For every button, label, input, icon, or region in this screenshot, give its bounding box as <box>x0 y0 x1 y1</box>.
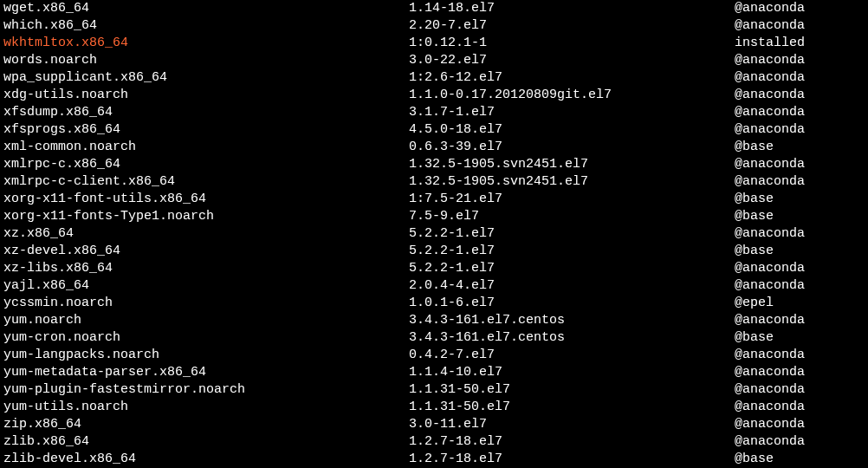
package-version: 1.14-18.el7 <box>409 0 735 17</box>
package-name: xfsdump.x86_64 <box>3 104 409 121</box>
package-name: xmlrpc-c-client.x86_64 <box>3 173 409 191</box>
package-version: 1.2.7-18.el7 <box>409 433 735 451</box>
package-version: 1.32.5-1905.svn2451.el7 <box>409 173 735 191</box>
package-list: wget.x86_641.14-18.el7@anacondawhich.x86… <box>3 0 865 468</box>
package-repo: @anaconda <box>735 0 865 17</box>
package-version: 7.5-9.el7 <box>409 208 735 225</box>
package-name: yum-langpacks.noarch <box>3 347 409 364</box>
package-version: 0.6.3-39.el7 <box>409 139 735 156</box>
package-version: 3.0-11.el7 <box>409 416 735 433</box>
package-row: yum.noarch3.4.3-161.el7.centos@anaconda <box>3 312 865 329</box>
package-version: 3.4.3-161.el7.centos <box>409 329 735 347</box>
package-repo: @anaconda <box>735 433 865 451</box>
package-version: 2.0.4-4.el7 <box>409 277 735 295</box>
package-name: zlib-devel.x86_64 <box>3 451 409 468</box>
package-row: yum-langpacks.noarch0.4.2-7.el7@anaconda <box>3 347 865 364</box>
package-version: 1:2.6-12.el7 <box>409 69 735 87</box>
package-version: 1.0.1-6.el7 <box>409 295 735 312</box>
package-repo: @anaconda <box>735 104 865 121</box>
package-version: 1.2.7-18.el7 <box>409 451 735 468</box>
package-name: xz.x86_64 <box>3 225 409 243</box>
package-row: ycssmin.noarch1.0.1-6.el7@epel <box>3 295 865 312</box>
package-repo: @anaconda <box>735 277 865 295</box>
package-name: zlib.x86_64 <box>3 433 409 451</box>
package-row: xorg-x11-fonts-Type1.noarch7.5-9.el7@bas… <box>3 208 865 225</box>
package-version: 1.32.5-1905.svn2451.el7 <box>409 156 735 173</box>
package-name: yum.noarch <box>3 312 409 329</box>
package-row: zlib.x86_641.2.7-18.el7@anaconda <box>3 433 865 451</box>
package-version: 1.1.31-50.el7 <box>409 381 735 399</box>
package-repo: @base <box>735 329 865 347</box>
package-version: 4.5.0-18.el7 <box>409 121 735 139</box>
package-version: 1.1.0-0.17.20120809git.el7 <box>409 87 735 104</box>
package-name: xdg-utils.noarch <box>3 87 409 104</box>
package-row: xmlrpc-c.x86_641.32.5-1905.svn2451.el7@a… <box>3 156 865 173</box>
package-name: yum-plugin-fastestmirror.noarch <box>3 381 409 399</box>
package-row: xmlrpc-c-client.x86_641.32.5-1905.svn245… <box>3 173 865 191</box>
package-version: 5.2.2-1.el7 <box>409 225 735 243</box>
package-repo: @anaconda <box>735 260 865 277</box>
package-name: xorg-x11-fonts-Type1.noarch <box>3 208 409 225</box>
package-version: 0.4.2-7.el7 <box>409 347 735 364</box>
package-repo: @anaconda <box>735 347 865 364</box>
package-repo: @epel <box>735 295 865 312</box>
package-name: wkhtmltox.x86_64 <box>3 35 409 52</box>
package-name: xz-libs.x86_64 <box>3 260 409 277</box>
package-name: xz-devel.x86_64 <box>3 243 409 260</box>
package-row: wpa_supplicant.x86_641:2.6-12.el7@anacon… <box>3 69 865 87</box>
package-name: xmlrpc-c.x86_64 <box>3 156 409 173</box>
package-version: 1:7.5-21.el7 <box>409 191 735 208</box>
package-row: wget.x86_641.14-18.el7@anaconda <box>3 0 865 17</box>
package-repo: @anaconda <box>735 156 865 173</box>
package-row: xdg-utils.noarch1.1.0-0.17.20120809git.e… <box>3 87 865 104</box>
package-name: wget.x86_64 <box>3 0 409 17</box>
package-row: yum-plugin-fastestmirror.noarch1.1.31-50… <box>3 381 865 399</box>
package-row: yum-utils.noarch1.1.31-50.el7@anaconda <box>3 399 865 416</box>
package-repo: @base <box>735 191 865 208</box>
package-version: 2.20-7.el7 <box>409 17 735 35</box>
package-name: yum-utils.noarch <box>3 399 409 416</box>
package-name: xml-common.noarch <box>3 139 409 156</box>
package-repo: @anaconda <box>735 225 865 243</box>
package-row: which.x86_642.20-7.el7@anaconda <box>3 17 865 35</box>
package-repo: @anaconda <box>735 87 865 104</box>
package-version: 1.1.31-50.el7 <box>409 399 735 416</box>
package-repo: @base <box>735 243 865 260</box>
package-repo: @anaconda <box>735 399 865 416</box>
package-row: words.noarch3.0-22.el7@anaconda <box>3 52 865 69</box>
package-name: yum-cron.noarch <box>3 329 409 347</box>
package-version: 1:0.12.1-1 <box>409 35 735 52</box>
package-repo: @anaconda <box>735 173 865 191</box>
package-row: xz-devel.x86_645.2.2-1.el7@base <box>3 243 865 260</box>
package-row: yajl.x86_642.0.4-4.el7@anaconda <box>3 277 865 295</box>
package-row: xfsprogs.x86_644.5.0-18.el7@anaconda <box>3 121 865 139</box>
package-name: zip.x86_64 <box>3 416 409 433</box>
package-version: 5.2.2-1.el7 <box>409 243 735 260</box>
package-row: yum-cron.noarch3.4.3-161.el7.centos@base <box>3 329 865 347</box>
package-repo: @base <box>735 208 865 225</box>
package-repo: installed <box>735 35 865 52</box>
package-repo: @base <box>735 451 865 468</box>
package-name: xfsprogs.x86_64 <box>3 121 409 139</box>
package-repo: @anaconda <box>735 121 865 139</box>
package-repo: @anaconda <box>735 312 865 329</box>
package-repo: @anaconda <box>735 17 865 35</box>
package-row: xorg-x11-font-utils.x86_641:7.5-21.el7@b… <box>3 191 865 208</box>
package-name: ycssmin.noarch <box>3 295 409 312</box>
package-version: 1.1.4-10.el7 <box>409 364 735 381</box>
package-repo: @anaconda <box>735 364 865 381</box>
package-repo: @base <box>735 139 865 156</box>
package-version: 3.4.3-161.el7.centos <box>409 312 735 329</box>
package-row: yum-metadata-parser.x86_641.1.4-10.el7@a… <box>3 364 865 381</box>
package-version: 5.2.2-1.el7 <box>409 260 735 277</box>
package-name: wpa_supplicant.x86_64 <box>3 69 409 87</box>
package-repo: @anaconda <box>735 381 865 399</box>
package-row: xz.x86_645.2.2-1.el7@anaconda <box>3 225 865 243</box>
package-row: zlib-devel.x86_641.2.7-18.el7@base <box>3 451 865 468</box>
package-name: yum-metadata-parser.x86_64 <box>3 364 409 381</box>
package-repo: @anaconda <box>735 416 865 433</box>
package-name: yajl.x86_64 <box>3 277 409 295</box>
package-row: xml-common.noarch0.6.3-39.el7@base <box>3 139 865 156</box>
package-version: 3.1.7-1.el7 <box>409 104 735 121</box>
package-version: 3.0-22.el7 <box>409 52 735 69</box>
